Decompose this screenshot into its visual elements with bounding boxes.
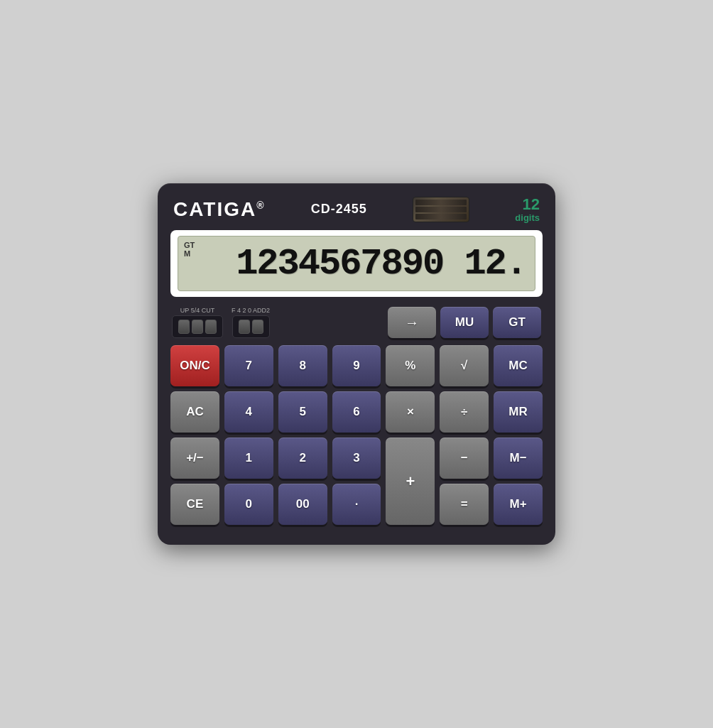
plus-minus-button[interactable]: +/− [170, 438, 219, 479]
ac-button[interactable]: AC [170, 391, 219, 433]
equals-button[interactable]: = [440, 484, 489, 525]
gt-button[interactable]: GT [493, 307, 541, 338]
plus-button[interactable]: + [386, 438, 435, 525]
1-button[interactable]: 1 [224, 438, 273, 479]
indicator-gt: GT [184, 241, 195, 249]
3-button[interactable]: 3 [332, 438, 381, 479]
digits-badge: 12 digits [515, 196, 540, 223]
arrow-button[interactable]: → [388, 307, 436, 338]
display-indicators: GT M [184, 241, 195, 258]
4-button[interactable]: 4 [224, 391, 273, 433]
brand-name: CATIGA® [173, 198, 266, 220]
6-button[interactable]: 6 [332, 391, 381, 433]
left-switch-knob3 [205, 320, 217, 334]
0-button[interactable]: 0 [224, 484, 273, 525]
percent-button[interactable]: % [386, 345, 435, 386]
solar-panel [413, 197, 469, 222]
brand-section: CATIGA® [173, 198, 266, 221]
switch-row: UP 5/4 CUT F 4 2 0 ADD2 → MU GT [170, 307, 543, 338]
model-number: CD-2455 [311, 202, 367, 217]
right-switch[interactable] [232, 315, 270, 338]
mu-button[interactable]: MU [440, 307, 489, 338]
right-switch-group: F 4 2 0 ADD2 [232, 307, 270, 338]
right-switch-label: F 4 2 0 ADD2 [232, 307, 270, 314]
multiply-button[interactable]: × [386, 391, 435, 433]
onc-button[interactable]: ON/C [170, 345, 219, 386]
8-button[interactable]: 8 [278, 345, 327, 386]
calculator-header: CATIGA® CD-2455 12 digits [170, 196, 543, 223]
7-button[interactable]: 7 [224, 345, 273, 386]
top-right-buttons: → MU GT [388, 307, 541, 338]
5-button[interactable]: 5 [278, 391, 327, 433]
button-grid: ON/C 7 8 9 % √ MC AC 4 5 6 × ÷ MR +/− 1 … [170, 345, 543, 525]
solar-strip-3 [415, 214, 467, 219]
9-button[interactable]: 9 [332, 345, 381, 386]
mr-button[interactable]: MR [494, 391, 543, 433]
display-screen: GT M 1234567890 12. [178, 236, 535, 291]
digits-number: 12 [515, 196, 540, 213]
right-switch-knob [239, 320, 250, 334]
sqrt-button[interactable]: √ [440, 345, 489, 386]
digits-label: digits [515, 213, 540, 223]
solar-strip-1 [415, 200, 467, 205]
divide-button[interactable]: ÷ [440, 391, 489, 433]
minus-button[interactable]: − [440, 438, 489, 479]
dot-button[interactable]: · [332, 484, 381, 525]
indicator-m: M [184, 249, 195, 258]
left-switch-group: UP 5/4 CUT [172, 307, 223, 338]
display-value: 1234567890 12. [236, 243, 526, 285]
right-switch-knob2 [252, 320, 263, 334]
left-switch[interactable] [172, 315, 223, 338]
display-container: GT M 1234567890 12. [170, 230, 543, 297]
left-switch-knob2 [192, 320, 203, 334]
mc-button[interactable]: MC [494, 345, 543, 386]
2-button[interactable]: 2 [278, 438, 327, 479]
calculator-body: CATIGA® CD-2455 12 digits GT M 123456789… [158, 183, 555, 545]
left-switch-knob [178, 320, 190, 334]
00-button[interactable]: 00 [278, 484, 327, 525]
ce-button[interactable]: CE [170, 484, 219, 525]
m-minus-button[interactable]: M− [494, 438, 543, 479]
left-switch-label: UP 5/4 CUT [180, 307, 214, 314]
m-plus-button[interactable]: M+ [494, 484, 543, 525]
solar-strip-2 [415, 207, 467, 212]
